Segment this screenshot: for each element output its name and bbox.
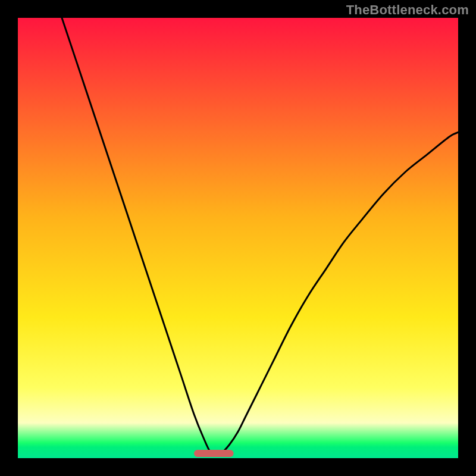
bottleneck-chart bbox=[18, 18, 458, 458]
watermark-text: TheBottleneck.com bbox=[346, 2, 469, 18]
chart-frame: TheBottleneck.com bbox=[0, 0, 476, 476]
optimal-range-marker bbox=[194, 450, 234, 457]
